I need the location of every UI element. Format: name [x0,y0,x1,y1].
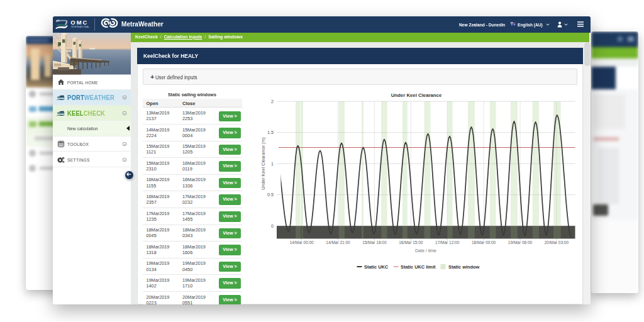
svg-text:1: 1 [271,161,274,167]
svg-text:0.5: 0.5 [267,192,274,197]
svg-text:15/Mar 18:00: 15/Mar 18:00 [362,240,387,245]
svg-text:20/Mar 03:00: 20/Mar 03:00 [545,240,569,245]
svg-text:19/Mar 06:00: 19/Mar 06:00 [508,240,533,245]
svg-text:2: 2 [271,99,274,104]
svg-text:18/Mar 09:00: 18/Mar 09:00 [472,240,496,245]
svg-text:Under Keel Clearance: Under Keel Clearance [391,92,442,98]
svg-text:14/Mar 21:00: 14/Mar 21:00 [326,240,350,245]
svg-text:Static UKC: Static UKC [364,264,389,270]
svg-text:0: 0 [271,223,274,229]
svg-text:17/Mar 12:00: 17/Mar 12:00 [435,240,460,245]
svg-text:Static UKC limit: Static UKC limit [401,264,436,270]
svg-text:Date / time: Date / time [415,248,436,253]
svg-text:Static window: Static window [448,264,480,270]
svg-text:Under Keel Clearance (m): Under Keel Clearance (m) [260,137,266,190]
svg-text:14/Mar 00:00: 14/Mar 00:00 [289,240,314,245]
svg-text:16/Mar 15:00: 16/Mar 15:00 [399,240,423,245]
svg-text:1.5: 1.5 [267,130,274,135]
